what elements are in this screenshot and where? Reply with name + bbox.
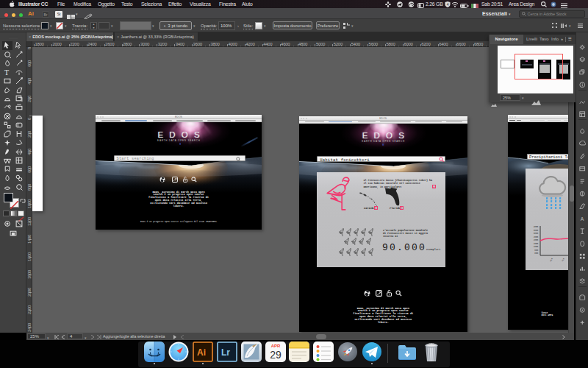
svg-text:Lr: Lr bbox=[221, 347, 230, 358]
svg-text:29: 29 bbox=[270, 349, 282, 361]
svg-text:40mm: 40mm bbox=[533, 226, 538, 228]
svg-text:30mm: 30mm bbox=[533, 233, 538, 235]
svg-text:GEN: GEN bbox=[549, 258, 553, 262]
svg-text:Ai: Ai bbox=[197, 347, 206, 358]
svg-text:A: A bbox=[581, 216, 584, 221]
svg-text:10mm: 10mm bbox=[533, 246, 538, 248]
svg-text:35mm: 35mm bbox=[533, 229, 538, 231]
svg-text:15mm: 15mm bbox=[533, 243, 538, 245]
svg-text:0mm: 0mm bbox=[534, 252, 538, 255]
svg-text:APR: APR bbox=[271, 344, 281, 348]
svg-text:5mm: 5mm bbox=[534, 250, 538, 252]
svg-text:FEB: FEB bbox=[561, 258, 564, 262]
svg-text:4: 4 bbox=[447, 2, 449, 7]
svg-text:25mm: 25mm bbox=[533, 236, 538, 238]
svg-text:20mm: 20mm bbox=[533, 239, 538, 241]
svg-text:T: T bbox=[4, 68, 9, 76]
